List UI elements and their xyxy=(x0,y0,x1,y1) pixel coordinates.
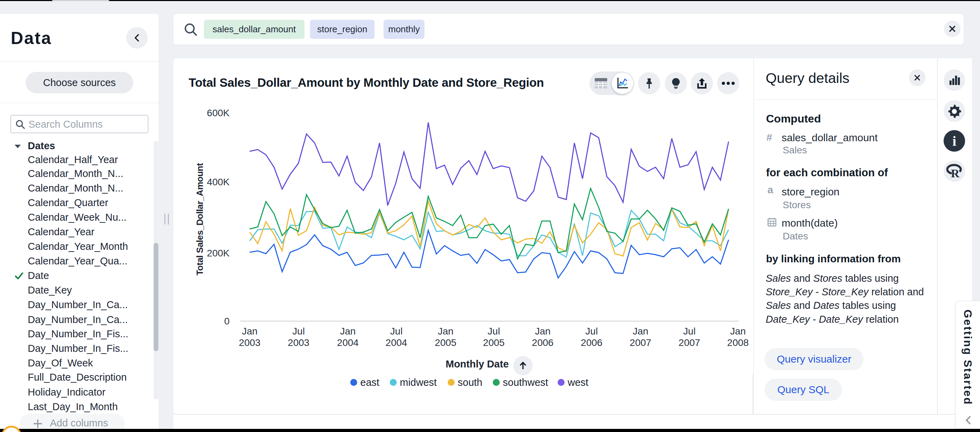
svg-text:R: R xyxy=(951,167,959,179)
